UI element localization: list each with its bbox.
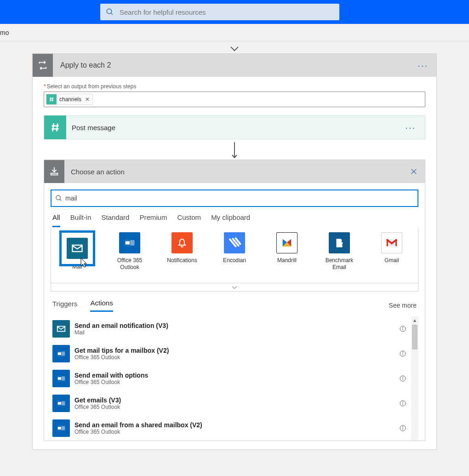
svg-point-48: [402, 401, 403, 402]
tab-premium[interactable]: Premium: [139, 213, 167, 227]
action-item[interactable]: Send email with options Office 365 Outlo…: [51, 366, 418, 391]
token-channels[interactable]: channels ✕: [46, 94, 93, 105]
action-item[interactable]: Get emails (V3) Office 365 Outlook: [51, 391, 418, 416]
tab-triggers[interactable]: Triggers: [52, 300, 77, 311]
svg-point-0: [107, 9, 112, 14]
action-icon: [44, 160, 64, 183]
svg-rect-44: [58, 402, 61, 405]
outlook-icon: [52, 395, 70, 412]
svg-rect-19: [126, 241, 130, 245]
close-button[interactable]: [403, 168, 425, 175]
action-title: Get mail tips for a mailbox (V2): [74, 347, 169, 354]
global-search-input[interactable]: [119, 8, 334, 17]
svg-point-54: [402, 426, 403, 427]
action-connector: Office 365 Outlook: [74, 404, 121, 410]
mail-icon: [52, 320, 70, 338]
actions-list: Send an email notification (V3) Mail: [51, 316, 418, 441]
more-menu-button[interactable]: ···: [396, 122, 425, 133]
info-icon[interactable]: [399, 325, 406, 333]
svg-rect-32: [58, 352, 61, 355]
apply-to-each-header[interactable]: Apply to each 2 ···: [33, 54, 436, 77]
choose-action-title: Choose an action: [64, 168, 403, 176]
svg-point-36: [402, 352, 403, 352]
token-label: channels: [59, 96, 81, 103]
connector-mandrill[interactable]: Mandrill: [266, 232, 308, 277]
see-more-link[interactable]: See more: [389, 302, 417, 309]
connector-label: Benchmark Email: [319, 257, 360, 271]
connector-benchmark-email[interactable]: Benchmark Email: [319, 232, 360, 277]
svg-rect-11: [51, 173, 58, 175]
tab-standard[interactable]: Standard: [102, 213, 130, 227]
global-search[interactable]: [100, 4, 339, 20]
action-title: Get emails (V3): [74, 396, 121, 404]
action-item[interactable]: Get mail tips for a mailbox (V2) Office …: [51, 341, 418, 366]
info-icon[interactable]: [399, 375, 406, 382]
connector-filter-tabs: All Built-in Standard Premium Custom My …: [51, 207, 418, 228]
info-icon[interactable]: [399, 350, 406, 357]
connector-mail[interactable]: Mail: [57, 232, 98, 277]
svg-rect-39: [62, 376, 65, 380]
choose-action-header: Choose an action: [44, 160, 425, 183]
action-item[interactable]: Send an email from a shared mailbox (V2)…: [51, 416, 418, 441]
connector-grid: Mail Office 365: [51, 228, 418, 283]
action-item[interactable]: Send an email notification (V3) Mail: [51, 316, 418, 341]
svg-line-16: [60, 199, 61, 201]
action-connector: Office 365 Outlook: [74, 379, 148, 385]
scroll-thumb[interactable]: [412, 325, 418, 350]
hash-icon: [46, 94, 57, 104]
post-message-title: Post message: [66, 124, 396, 132]
info-icon[interactable]: [399, 400, 406, 407]
action-search-input[interactable]: [64, 194, 414, 202]
more-menu-button[interactable]: ···: [409, 60, 436, 71]
svg-rect-26: [395, 240, 397, 247]
svg-line-8: [53, 123, 54, 131]
token-remove-button[interactable]: ✕: [84, 96, 91, 103]
choose-action-card: Choose an action: [44, 160, 425, 441]
flow-arrow-icon: [230, 46, 239, 52]
svg-rect-20: [130, 240, 134, 246]
connector-gmail[interactable]: Gmail: [371, 232, 412, 277]
connector-label: Encodian: [214, 257, 255, 271]
post-message-card[interactable]: Post message ···: [44, 115, 425, 139]
svg-rect-38: [58, 377, 61, 380]
breadcrumb-text: mo: [0, 29, 11, 36]
output-token-input[interactable]: channels ✕: [44, 92, 425, 107]
tab-custom[interactable]: Custom: [177, 213, 201, 227]
search-icon: [55, 195, 63, 202]
action-connector: Office 365 Outlook: [74, 354, 169, 361]
expand-connectors-button[interactable]: [51, 283, 418, 292]
svg-rect-33: [62, 351, 65, 356]
connector-office365-outlook[interactable]: Office 365 Outlook: [109, 232, 150, 277]
action-connector: Office 365 Outlook: [74, 429, 202, 435]
action-search[interactable]: [51, 189, 418, 207]
scrollbar[interactable]: ▲: [411, 316, 418, 441]
connector-notifications[interactable]: Notifications: [161, 232, 203, 277]
svg-line-5: [52, 97, 53, 101]
svg-rect-45: [62, 401, 65, 405]
loop-icon: [33, 54, 53, 77]
search-icon: [106, 8, 119, 16]
action-title: Send an email notification (V3): [74, 322, 168, 329]
info-icon[interactable]: [399, 424, 406, 432]
triggers-actions-row: Triggers Actions See more: [51, 292, 418, 316]
connector-encodian[interactable]: Encodian: [214, 232, 255, 277]
svg-line-1: [111, 13, 113, 15]
action-title: Send email with options: [74, 372, 148, 379]
tab-my-clipboard[interactable]: My clipboard: [211, 213, 250, 227]
action-title: Send an email from a shared mailbox (V2): [74, 421, 202, 429]
scroll-up-icon[interactable]: ▲: [411, 316, 418, 324]
connector-label: Notifications: [161, 257, 203, 271]
svg-rect-25: [387, 240, 388, 247]
flow-canvas: Apply to each 2 ··· *Select an output fr…: [0, 41, 469, 450]
connector-label: Mandrill: [266, 257, 308, 271]
apply-to-each-title: Apply to each 2: [53, 61, 409, 69]
tab-actions[interactable]: Actions: [90, 299, 113, 312]
svg-rect-50: [58, 427, 61, 430]
connector-label: Office 365 Outlook: [109, 257, 150, 271]
svg-point-42: [402, 377, 403, 377]
outlook-icon: [52, 370, 70, 387]
tab-built-in[interactable]: Built-in: [70, 213, 92, 227]
tab-all[interactable]: All: [52, 213, 60, 227]
hash-icon: [44, 115, 66, 139]
apply-to-each-card: Apply to each 2 ··· *Select an output fr…: [32, 53, 437, 450]
